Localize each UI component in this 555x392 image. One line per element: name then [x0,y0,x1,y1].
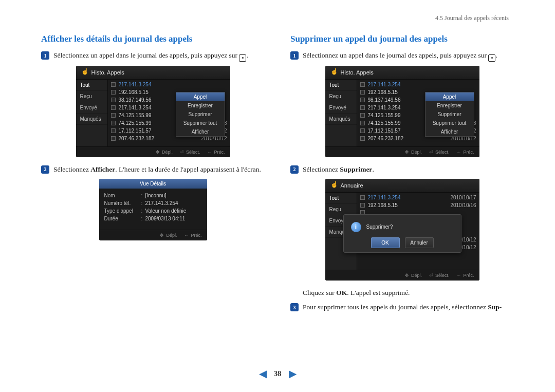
step-suffix: . [495,51,497,59]
filter-tab-all[interactable]: Tout [325,80,357,91]
filter-tab-sent[interactable]: Envoyé [325,102,357,114]
confirm-dialog: i Supprimer? OK Annuler [343,214,461,253]
checkbox-icon[interactable] [360,128,365,133]
enter-key-icon [239,54,246,62]
hint-select: Sélect. [429,273,450,278]
checkbox-icon[interactable] [360,82,365,87]
directory-widget: Annuaire Tout Reçu Envoyé Manqués 217.14… [325,179,479,281]
filter-tab-received[interactable]: Reçu [325,91,357,102]
pager: ◀ 38 ▶ [259,368,297,379]
menu-item-delete[interactable]: Supprimer [425,110,474,119]
ok-button[interactable]: OK [371,237,400,248]
hint-back: Préc. [456,150,474,155]
step-suffix: . [372,165,374,173]
detail-row: Numéro tél.:217.141.3.254 [104,199,202,207]
filter-tab-sent[interactable]: Envoyé [76,102,107,114]
checkbox-icon[interactable] [360,203,365,208]
list-item[interactable]: 192.168.5.152010/10/16 [360,201,476,209]
step-text: Pour supprimer tous les appels du journa… [303,303,488,311]
list-item[interactable]: 217.141.3.2542010/10/17 [360,194,476,201]
widget-footer: Dépl. Préc. [99,230,207,240]
context-menu-title: Appel [176,92,225,101]
call-ip: 217.141.3.254 [368,82,473,87]
pointer-icon [81,69,88,76]
hint-move: Dépl. [160,233,177,238]
page-number: 38 [274,369,282,378]
step-text: Sélectionnez [53,165,90,173]
step-number-icon: 1 [290,51,299,60]
prev-page-button[interactable]: ◀ [259,368,267,379]
menu-item-delete-all[interactable]: Supprimer tout [425,119,474,127]
next-page-button[interactable]: ▶ [289,368,297,379]
right-step-1: 1 Sélectionnez un appel dans le journal … [290,50,514,62]
right-column: Supprimer un appel du journal des appels… [290,34,514,316]
widget-footer: Dépl. Sélect. Préc. [325,146,479,157]
widget-title: Histo. Appels [341,69,374,76]
checkbox-icon[interactable] [111,98,116,102]
widget-footer: Dépl. Sélect. Préc. [76,146,230,157]
filter-tab-received[interactable]: Reçu [325,204,357,215]
call-ip: 192.168.5.15 [368,202,448,208]
step-number-icon: 2 [290,165,299,174]
call-history-widget: Histo. Appels Tout Reçu Envoyé Manqués 2… [325,66,479,157]
filter-tab-all[interactable]: Tout [76,80,107,91]
menu-item-save[interactable]: Enregistrer [176,101,225,110]
menu-item-delete[interactable]: Supprimer [176,110,225,119]
checkbox-icon[interactable] [111,82,116,87]
hint-back: Préc. [456,273,474,278]
checkbox-icon[interactable] [111,128,116,133]
details-body: Nom:[Inconnu] Numéro tél.:217.141.3.254 … [99,189,207,230]
filter-tab-all[interactable]: Tout [325,193,357,204]
call-date: 2010/10/17 [450,195,476,200]
right-step-2: 2 Sélectionnez Supprimer. [290,164,514,175]
widget-footer: Dépl. Sélect. Préc. [325,270,479,281]
checkbox-icon[interactable] [360,98,365,102]
list-item[interactable]: 217.141.3.254 [111,81,227,88]
widget-titlebar: Annuaire [325,179,479,193]
filter-tab-missed[interactable]: Manqués [325,114,357,125]
filter-sidebar: Tout Reçu Envoyé Manqués [325,80,357,146]
checkbox-icon[interactable] [111,113,116,118]
menu-item-delete-all[interactable]: Supprimer tout [176,119,225,127]
left-step-1: 1 Sélectionnez un appel dans le journal … [41,50,265,62]
call-ip: 217.141.3.254 [368,195,448,200]
dialog-message: Supprimer? [366,224,393,230]
checkbox-icon[interactable] [111,136,116,141]
menu-item-show[interactable]: Afficher [176,127,225,136]
step-number-icon: 3 [290,303,299,311]
hint-back: Préc. [207,150,225,155]
checkbox-icon[interactable] [360,113,365,118]
checkbox-icon[interactable] [111,105,116,110]
call-history-widget: Histo. Appels Tout Reçu Envoyé Manqués 2… [76,66,230,157]
step-suffix: . L'heure et la durée de l'appel apparai… [115,165,261,173]
context-menu: Appel Enregistrer Supprimer Supprimer to… [425,92,474,137]
menu-item-save[interactable]: Enregistrer [425,101,474,110]
checkbox-icon[interactable] [360,105,365,110]
checkbox-icon[interactable] [360,90,365,95]
checkbox-icon[interactable] [360,195,365,200]
detail-row: Type d'appel:Valeur non définie [104,207,202,215]
detail-row: Nom:[Inconnu] [104,192,202,199]
context-menu-title: Appel [425,92,474,101]
section-title-right: Supprimer un appel du journal des appels [290,34,514,44]
step-suffix: . [246,51,248,59]
filter-tab-received[interactable]: Reçu [76,91,107,102]
list-item[interactable]: 217.141.3.254 [360,81,476,88]
info-icon: i [351,222,361,232]
menu-item-show[interactable]: Afficher [425,127,474,136]
checkbox-icon[interactable] [360,136,365,141]
filter-sidebar: Tout Reçu Envoyé Manqués [76,80,108,146]
step-bold: Supprimer [340,165,372,173]
step-text: Sélectionnez [303,165,340,173]
widget-title: Histo. Appels [91,69,124,76]
step-number-icon: 1 [41,51,49,60]
cancel-button[interactable]: Annuler [405,237,434,248]
right-step-3: 3 Pour supprimer tous les appels du jour… [290,302,514,312]
hint-move: Dépl. [405,150,422,155]
checkbox-icon[interactable] [360,121,365,125]
checkbox-icon[interactable] [111,90,116,95]
context-menu: Appel Enregistrer Supprimer Supprimer to… [176,92,225,137]
filter-tab-missed[interactable]: Manqués [76,114,107,125]
section-title-left: Afficher les détails du journal des appe… [41,34,265,44]
checkbox-icon[interactable] [111,121,116,125]
